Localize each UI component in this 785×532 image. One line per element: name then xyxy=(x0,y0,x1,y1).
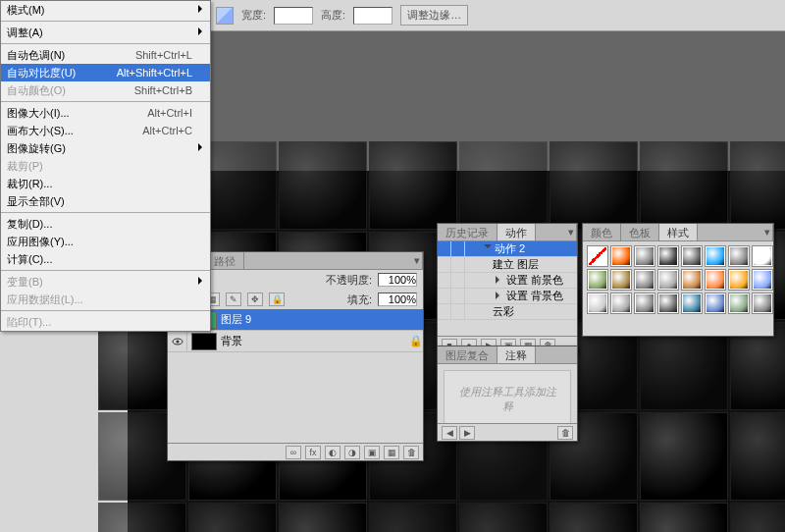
menu-item[interactable]: 图像大小(I)...Alt+Ctrl+I xyxy=(1,104,210,122)
menu-item[interactable]: 模式(M) xyxy=(1,1,210,19)
prev-icon[interactable]: ◀ xyxy=(442,426,457,440)
style-swatch[interactable] xyxy=(752,245,773,267)
style-swatch[interactable] xyxy=(610,269,632,291)
visibility-icon[interactable] xyxy=(168,331,187,352)
layer-name: 图层 9 xyxy=(221,312,423,327)
height-label: 高度: xyxy=(321,8,345,23)
layer-row[interactable]: 背景🔒 xyxy=(168,331,423,352)
menu-item[interactable]: 复制(D)... xyxy=(1,215,210,233)
action-row[interactable]: 设置 背景色 xyxy=(438,289,577,304)
style-swatch[interactable] xyxy=(587,269,608,291)
style-swatch[interactable] xyxy=(681,293,703,314)
tab-notes[interactable]: 注释 xyxy=(497,346,536,363)
actions-list: 动作 2建立 图层设置 前景色设置 背景色云彩 xyxy=(438,241,577,320)
menu-item[interactable]: 调整(A) xyxy=(1,24,210,41)
opacity-input[interactable] xyxy=(378,273,417,287)
menu-item: 应用数据组(L)... xyxy=(1,291,210,308)
style-swatch[interactable] xyxy=(728,245,750,267)
next-icon[interactable]: ▶ xyxy=(459,426,475,440)
width-input[interactable] xyxy=(274,7,313,25)
fx-icon[interactable]: fx xyxy=(305,446,321,459)
styles-panel: 颜色 色板 样式 ▾ xyxy=(582,223,774,337)
tab-swatches[interactable]: 色板 xyxy=(621,224,659,240)
action-row[interactable]: 设置 前景色 xyxy=(438,273,577,289)
tab-color[interactable]: 颜色 xyxy=(583,224,621,240)
menu-item[interactable]: 应用图像(Y)... xyxy=(1,233,210,250)
style-swatch[interactable] xyxy=(752,293,773,314)
style-swatch[interactable] xyxy=(610,293,632,314)
style-swatch[interactable] xyxy=(610,245,632,267)
action-row[interactable]: 云彩 xyxy=(438,304,577,320)
trash-icon[interactable]: 🗑 xyxy=(403,446,419,459)
style-swatch[interactable] xyxy=(634,269,655,291)
lock-icon: 🔒 xyxy=(409,335,423,347)
action-row[interactable]: 动作 2 xyxy=(438,241,577,257)
style-swatch[interactable] xyxy=(587,293,608,314)
style-swatch[interactable] xyxy=(728,269,750,291)
style-swatch[interactable] xyxy=(752,269,773,291)
menu-item: 自动颜色(O)Shift+Ctrl+B xyxy=(1,81,210,99)
lock-move-icon[interactable]: ✥ xyxy=(247,293,263,306)
tab-layer-comps[interactable]: 图层复合 xyxy=(438,346,497,363)
style-swatch[interactable] xyxy=(634,245,655,267)
styles-grid xyxy=(583,241,773,318)
style-swatch[interactable] xyxy=(705,269,726,291)
image-menu: 模式(M)调整(A)自动色调(N)Shift+Ctrl+L自动对比度(U)Alt… xyxy=(0,0,211,332)
tab-paths[interactable]: 路径 xyxy=(206,252,244,269)
svg-point-3 xyxy=(176,340,179,343)
menu-item[interactable]: 显示全部(V) xyxy=(1,192,210,210)
menu-item: 裁剪(P) xyxy=(1,157,210,175)
opacity-label: 不透明度: xyxy=(326,273,372,288)
panel-menu-icon[interactable]: ▾ xyxy=(757,224,773,240)
tab-actions[interactable]: 动作 xyxy=(497,224,536,240)
style-swatch[interactable] xyxy=(634,293,655,314)
notes-placeholder: 使用注释工具添加注释 xyxy=(444,370,571,429)
fill-label: 填充: xyxy=(347,293,372,307)
menu-item[interactable]: 自动色调(N)Shift+Ctrl+L xyxy=(1,46,210,64)
style-swatch[interactable] xyxy=(681,245,703,267)
mask-icon[interactable]: ◐ xyxy=(325,446,340,459)
tab-styles[interactable]: 样式 xyxy=(659,224,698,240)
trash-icon[interactable]: 🗑 xyxy=(557,426,573,440)
style-swatch[interactable] xyxy=(657,245,679,267)
layers-footer: ∞ fx ◐ ◑ ▣ ▦ 🗑 xyxy=(168,443,423,460)
layer-name: 背景 xyxy=(221,334,409,348)
refine-edge-button[interactable]: 调整边缘… xyxy=(400,5,468,26)
menu-item[interactable]: 自动对比度(U)Alt+Shift+Ctrl+L xyxy=(1,64,210,81)
tab-history[interactable]: 历史记录 xyxy=(438,224,497,240)
adjust-icon[interactable]: ◑ xyxy=(344,446,360,459)
style-swatch[interactable] xyxy=(657,269,679,291)
notes-panel: 图层复合 注释 使用注释工具添加注释 ◀ ▶ 🗑 xyxy=(437,346,578,442)
height-input[interactable] xyxy=(353,7,392,25)
lock-paint-icon[interactable]: ✎ xyxy=(226,293,241,306)
layer-thumbnail xyxy=(191,333,217,350)
menu-item: 陷印(T)... xyxy=(1,313,210,331)
style-swatch[interactable] xyxy=(705,293,726,314)
menu-item: 变量(B) xyxy=(1,273,210,291)
action-row[interactable]: 建立 图层 xyxy=(438,257,577,273)
menu-item[interactable]: 画布大小(S)...Alt+Ctrl+C xyxy=(1,122,210,139)
width-label: 宽度: xyxy=(241,8,266,23)
new-layer-icon[interactable]: ▦ xyxy=(384,446,399,459)
panel-menu-icon[interactable]: ▾ xyxy=(406,252,423,269)
folder-icon[interactable]: ▣ xyxy=(364,446,380,459)
style-swatch[interactable] xyxy=(216,7,234,25)
style-swatch[interactable] xyxy=(728,293,750,314)
menu-item[interactable]: 裁切(R)... xyxy=(1,175,210,192)
panel-menu-icon[interactable]: ▾ xyxy=(560,224,577,240)
link-icon[interactable]: ∞ xyxy=(286,446,301,459)
menu-item[interactable]: 图像旋转(G) xyxy=(1,139,210,157)
actions-panel: 历史记录 动作 ▾ 动作 2建立 图层设置 前景色设置 背景色云彩 ■ ● ▶ … xyxy=(437,223,578,354)
style-swatch[interactable] xyxy=(587,245,608,267)
style-swatch[interactable] xyxy=(705,245,726,267)
fill-input[interactable] xyxy=(378,293,417,306)
style-swatch[interactable] xyxy=(657,293,679,314)
menu-item[interactable]: 计算(C)... xyxy=(1,250,210,268)
style-swatch[interactable] xyxy=(681,269,703,291)
lock-all-icon[interactable]: 🔒 xyxy=(269,293,285,306)
